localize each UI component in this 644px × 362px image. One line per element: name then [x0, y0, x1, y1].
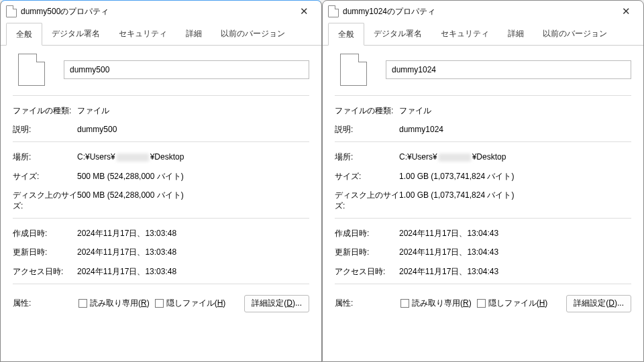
redacted-username	[439, 154, 471, 162]
separator	[13, 218, 309, 219]
tab-content-general: ファイルの種類:ファイル 説明:dummy1024 場所:C:¥Users¥¥D…	[323, 46, 643, 361]
label-location: 場所:	[13, 152, 77, 162]
titlebar[interactable]: dummy500のプロパティ ✕	[1, 1, 321, 22]
label-size: サイズ:	[335, 171, 399, 182]
tab-general[interactable]: 全般	[328, 23, 364, 46]
tab-security[interactable]: セキュリティ	[109, 23, 176, 46]
checkbox-hidden[interactable]: 隠しファイル(H)	[155, 298, 226, 309]
label-filetype: ファイルの種類:	[13, 105, 77, 116]
label-accessed: アクセス日時:	[13, 266, 77, 277]
label-sizeondisk: ディスク上のサイズ:	[13, 190, 77, 211]
file-icon	[6, 5, 17, 17]
label-sizeondisk: ディスク上のサイズ:	[335, 190, 399, 211]
label-attributes: 属性:	[335, 298, 399, 309]
value-accessed: 2024年11月17日、13:03:48	[77, 266, 309, 277]
label-created: 作成日時:	[13, 228, 77, 239]
tab-details[interactable]: 詳細	[176, 23, 211, 46]
advanced-button[interactable]: 詳細設定(D)...	[566, 295, 631, 312]
tab-security[interactable]: セキュリティ	[431, 23, 498, 46]
label-accessed: アクセス日時:	[335, 266, 399, 277]
window-title: dummy500のプロパティ	[21, 6, 290, 17]
file-icon	[340, 54, 367, 86]
value-description: dummy500	[77, 124, 309, 135]
tab-general[interactable]: 全般	[6, 23, 42, 46]
close-icon[interactable]: ✕	[290, 2, 317, 21]
tab-digital-signature[interactable]: デジタル署名	[42, 23, 109, 46]
advanced-button[interactable]: 詳細設定(D)...	[244, 295, 309, 312]
label-attributes: 属性:	[13, 298, 77, 309]
label-size: サイズ:	[13, 171, 77, 182]
value-created: 2024年11月17日、13:03:48	[77, 228, 309, 239]
checkbox-readonly[interactable]: 読み取り専用(R)	[78, 298, 150, 309]
value-filetype: ファイル	[399, 105, 631, 116]
separator	[13, 141, 309, 142]
value-accessed: 2024年11月17日、13:04:43	[399, 266, 631, 277]
value-created: 2024年11月17日、13:04:43	[399, 228, 631, 239]
value-sizeondisk: 500 MB (524,288,000 バイト)	[77, 190, 309, 211]
titlebar[interactable]: dummy1024のプロパティ ✕	[323, 1, 643, 22]
value-modified: 2024年11月17日、13:04:43	[399, 247, 631, 257]
tab-content-general: ファイルの種類:ファイル 説明:dummy500 場所:C:¥Users¥¥De…	[1, 46, 321, 361]
filename-input[interactable]	[386, 60, 631, 79]
file-icon	[18, 54, 45, 86]
value-location: C:¥Users¥¥Desktop	[77, 152, 309, 162]
tab-digital-signature[interactable]: デジタル署名	[364, 23, 431, 46]
tab-previous-versions[interactable]: 以前のバージョン	[211, 23, 294, 46]
label-modified: 更新日時:	[13, 247, 77, 257]
properties-dialog-left: dummy500のプロパティ ✕ 全般 デジタル署名 セキュリティ 詳細 以前の…	[0, 0, 322, 362]
separator	[335, 141, 631, 142]
label-location: 場所:	[335, 152, 399, 162]
value-description: dummy1024	[399, 124, 631, 135]
label-created: 作成日時:	[335, 228, 399, 239]
file-icon	[328, 5, 339, 17]
value-filetype: ファイル	[77, 105, 309, 116]
value-location: C:¥Users¥¥Desktop	[399, 152, 631, 162]
separator	[13, 284, 309, 284]
close-icon[interactable]: ✕	[612, 2, 639, 21]
tab-strip: 全般 デジタル署名 セキュリティ 詳細 以前のバージョン	[1, 22, 321, 46]
tab-details[interactable]: 詳細	[498, 23, 533, 46]
separator	[335, 95, 631, 96]
separator	[335, 284, 631, 284]
filename-input[interactable]	[64, 60, 309, 79]
label-modified: 更新日時:	[335, 247, 399, 257]
checkbox-readonly[interactable]: 読み取り専用(R)	[400, 298, 472, 309]
value-modified: 2024年11月17日、13:03:48	[77, 247, 309, 257]
redacted-username	[117, 154, 149, 162]
value-size: 500 MB (524,288,000 バイト)	[77, 171, 309, 182]
label-description: 説明:	[13, 124, 77, 135]
tab-previous-versions[interactable]: 以前のバージョン	[533, 23, 616, 46]
value-size: 1.00 GB (1,073,741,824 バイト)	[399, 171, 631, 182]
tab-strip: 全般 デジタル署名 セキュリティ 詳細 以前のバージョン	[323, 22, 643, 46]
checkbox-hidden[interactable]: 隠しファイル(H)	[477, 298, 548, 309]
window-title: dummy1024のプロパティ	[343, 6, 612, 17]
label-description: 説明:	[335, 124, 399, 135]
separator	[335, 218, 631, 219]
properties-dialog-right: dummy1024のプロパティ ✕ 全般 デジタル署名 セキュリティ 詳細 以前…	[322, 0, 644, 362]
label-filetype: ファイルの種類:	[335, 105, 399, 116]
value-sizeondisk: 1.00 GB (1,073,741,824 バイト)	[399, 190, 631, 211]
separator	[13, 95, 309, 96]
